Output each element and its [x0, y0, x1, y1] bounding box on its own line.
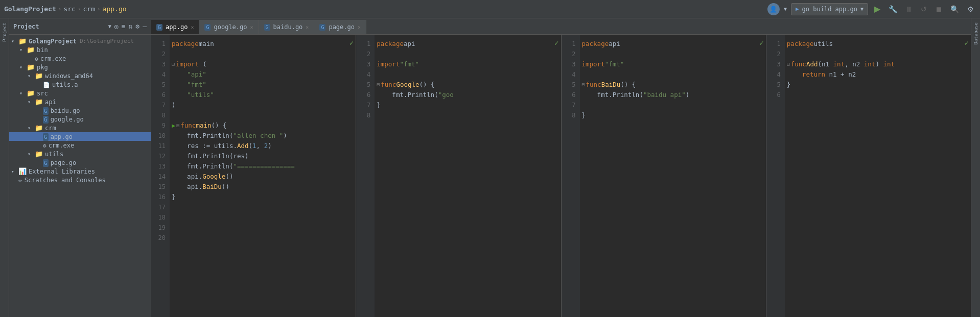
expand-icon[interactable]: ⇅: [129, 22, 133, 30]
tree-arrow-pkg: ▾: [19, 64, 27, 70]
fold-icon-baidu[interactable]: ⊟: [582, 80, 585, 90]
code-area-pane1[interactable]: ✓ package main⊟import ( "api" "fmt" "uti…: [170, 35, 356, 317]
tree-label-ext-libs: External Libraries: [29, 168, 95, 175]
line-num-13: 13: [158, 161, 166, 172]
breadcrumb-project[interactable]: GolangProject: [4, 5, 56, 13]
breadcrumb-src[interactable]: src: [63, 5, 75, 13]
tree-item-windows-amd64[interactable]: ▾📁windows_amd64: [9, 71, 151, 80]
breadcrumb-sep2: ›: [78, 6, 81, 12]
line-num-9: 9: [162, 120, 166, 131]
tree-arrow-windows-amd64: ▾: [28, 73, 35, 79]
tree-item-crm-exe2[interactable]: ⚙crm.exe: [9, 141, 151, 150]
tree-item-baidu-go[interactable]: Gbaidu.go: [9, 106, 151, 115]
fold-icon-google[interactable]: ⊟: [377, 80, 380, 90]
gear-icon[interactable]: ⚙: [135, 22, 139, 30]
code-line-6: fmt.Println("baidu api"): [582, 90, 762, 100]
tree-item-google-go[interactable]: Ggoogle.go: [9, 115, 151, 124]
panel-title-arrow[interactable]: ▼: [108, 23, 111, 29]
tree-item-pkg[interactable]: ▾📁pkg: [9, 63, 151, 71]
tab-close-baidu-go[interactable]: ×: [306, 25, 309, 30]
tree-label-crm-exe2: crm.exe: [49, 142, 75, 149]
project-panel: Project ▼ ◎ ≡ ⇅ ⚙ — ▾📁GolangProjectD:\Go…: [9, 18, 151, 317]
tree-item-src[interactable]: ▾📁src: [9, 89, 151, 97]
avatar-arrow[interactable]: ▼: [784, 6, 787, 12]
run-config-dropdown-arrow[interactable]: ▼: [860, 6, 864, 12]
fold-icon[interactable]: ⊟: [176, 120, 179, 131]
line-numbers-pane3: 12345678: [562, 35, 580, 317]
code-area-pane4[interactable]: ✓ package utils⊟func Add(n1 int, n2 int)…: [785, 35, 971, 317]
tree-item-bin[interactable]: ▾📁bin: [9, 45, 151, 54]
check-icon-pane1: ✓: [349, 39, 354, 47]
tab-label-page-go: page.go: [329, 23, 355, 31]
tree-item-crm[interactable]: ▾📁crm: [9, 124, 151, 132]
editor-pane-baidu-go: 12345678 ✓ package apiimport "fmt"⊟func …: [562, 35, 766, 317]
tree-icon-bin: 📁: [27, 46, 35, 54]
tree-label-baidu-go: baidu.go: [51, 107, 80, 114]
code-area-pane2[interactable]: ✓ package apiimport "fmt"⊟func Google() …: [375, 35, 561, 317]
fold-icon-import[interactable]: ⊟: [172, 59, 175, 69]
rerun-button[interactable]: ↺: [919, 4, 929, 14]
tree-item-ext-libs[interactable]: ▸📊External Libraries: [9, 167, 151, 176]
code-area-pane3[interactable]: ✓ package apiimport "fmt"⊟func BaiDu() {…: [580, 35, 766, 317]
line-num-15: 15: [158, 182, 166, 192]
tree-label-crm: crm: [45, 125, 56, 132]
line-num-8: 8: [367, 110, 370, 120]
run-arrow-icon: ▶: [172, 120, 175, 131]
collapse-all-icon[interactable]: ≡: [122, 22, 126, 30]
editor-area: Gapp.go×Ggoogle.go×Gbaidu.go×Gpage.go× 1…: [151, 18, 971, 317]
run-button[interactable]: ▶: [872, 3, 882, 15]
breadcrumb-crm[interactable]: crm: [83, 5, 95, 13]
close-panel-icon[interactable]: —: [143, 22, 147, 30]
tab-close-page-go[interactable]: ×: [358, 25, 361, 30]
code-line-6: fmt.Println("goo: [377, 90, 556, 100]
debug-button[interactable]: 🔧: [886, 4, 899, 14]
line-num-12: 12: [158, 151, 166, 161]
titlebar: GolangProject › src › crm › app.go 👤 ▼ ▶…: [0, 0, 980, 18]
tree-item-golang-project[interactable]: ▾📁GolangProjectD:\GolangProject: [9, 37, 151, 45]
tree-item-utils-a[interactable]: 📄utils.a: [9, 80, 151, 89]
tab-icon-app-go: G: [156, 23, 162, 31]
code-line-8: [377, 110, 556, 120]
code-line-1: package utils: [787, 39, 967, 49]
tree-label-pkg: pkg: [37, 64, 48, 71]
tree-icon-golang-project: 📁: [18, 37, 27, 45]
tree-item-crm-exe[interactable]: ⚙crm.exe: [9, 54, 151, 63]
tab-app-go[interactable]: Gapp.go×: [151, 20, 199, 34]
code-line-15: api.BaiDu(): [172, 182, 352, 192]
tree-icon-windows-amd64: 📁: [35, 72, 43, 80]
tree-label-crm-exe: crm.exe: [40, 55, 66, 62]
line-num-5: 5: [367, 80, 370, 90]
search-button[interactable]: 🔍: [948, 4, 961, 14]
database-strip-label[interactable]: Database: [972, 20, 979, 46]
tree-icon-pkg: 📁: [27, 63, 35, 71]
tab-baidu-go[interactable]: Gbaidu.go×: [259, 20, 315, 34]
tree-icon-crm: 📁: [35, 124, 43, 132]
locate-icon[interactable]: ◎: [114, 22, 119, 30]
tree-item-page-go[interactable]: Gpage.go: [9, 158, 151, 167]
tree-item-scratches[interactable]: ✏️Scratches and Consoles: [9, 176, 151, 184]
editor-pane-page-go: 123456 ✓ package utils⊟func Add(n1 int, …: [766, 35, 971, 317]
tab-page-go[interactable]: Gpage.go×: [314, 20, 366, 34]
line-num-6: 6: [572, 90, 575, 100]
tree-item-app-go[interactable]: Gapp.go: [9, 132, 151, 141]
pause-button[interactable]: ⏹: [933, 4, 944, 14]
stop-button[interactable]: ⏸: [903, 4, 915, 14]
code-line-1: package main: [172, 39, 352, 49]
tab-close-app-go[interactable]: ×: [191, 25, 194, 30]
settings-button[interactable]: ⚙: [965, 4, 976, 14]
project-strip-label[interactable]: Project: [1, 20, 8, 44]
tree-icon-page-go: G: [43, 159, 49, 166]
line-numbers-pane4: 123456: [766, 35, 785, 317]
code-line-20: [172, 233, 352, 243]
fold-icon-page[interactable]: ⊟: [787, 59, 790, 69]
run-configuration[interactable]: ▶ go build app.go ▼: [791, 3, 868, 15]
tree-item-api[interactable]: ▾📁api: [9, 97, 151, 106]
tree-arrow-ext-libs: ▸: [11, 168, 18, 174]
tab-google-go[interactable]: Ggoogle.go×: [199, 20, 259, 34]
tree-item-utils[interactable]: ▾📁utils: [9, 150, 151, 158]
tree-label-utils: utils: [45, 151, 63, 158]
user-avatar[interactable]: 👤: [767, 3, 780, 15]
tab-label-google-go: google.go: [214, 23, 247, 31]
tab-close-google-go[interactable]: ×: [250, 25, 253, 30]
line-num-17: 17: [158, 202, 166, 212]
